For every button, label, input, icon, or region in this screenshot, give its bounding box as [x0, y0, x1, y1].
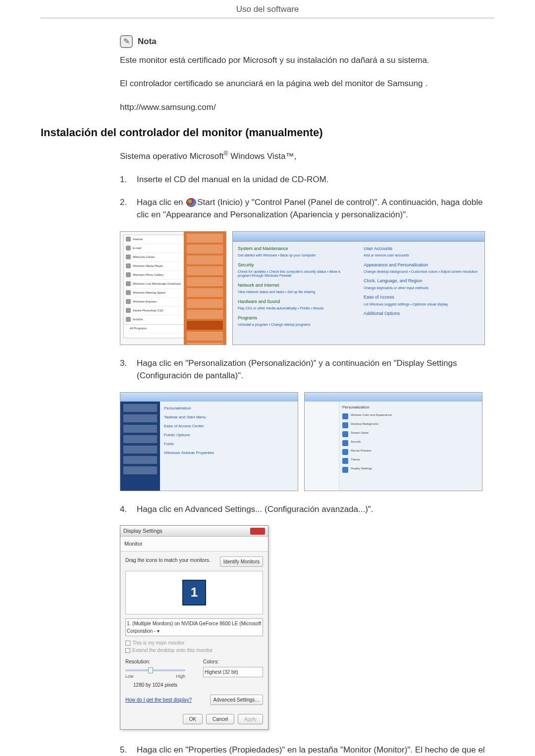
- checkbox-main-monitor: [125, 641, 130, 646]
- cp-titlebar: [233, 232, 484, 242]
- monitor-1-icon[interactable]: 1: [182, 580, 206, 605]
- note-url: http://www.samsung.com/: [120, 101, 494, 114]
- sm-item: E-mail: [133, 246, 141, 251]
- pers-item: Mouse Pointers: [351, 449, 372, 455]
- resolution-label: Resolution:: [125, 658, 185, 665]
- pers-item: Window Color and Appearance: [351, 413, 392, 419]
- colors-label: Colors:: [203, 658, 263, 665]
- monitor-preview[interactable]: 1: [125, 571, 263, 614]
- cp-cat: Hardware and Sound: [238, 299, 354, 305]
- step-1: 1. Inserte el CD del manual en la unidad…: [120, 173, 494, 186]
- cp-cat: Network and Internet: [238, 282, 354, 289]
- pers-item: Theme: [351, 458, 360, 464]
- screenshot-row-2: Personalization Taskbar and Start Menu E…: [120, 392, 494, 491]
- sm-item: Windows Explorer: [133, 300, 157, 304]
- cp-cat-links: Change keyboards or other input methods: [364, 286, 480, 290]
- note-line-2: El controlador certificado se anunciará …: [120, 77, 494, 90]
- cp-cat-links: Uninstall a program • Change startup pro…: [238, 323, 354, 327]
- dialog-tab[interactable]: Monitor: [120, 537, 268, 552]
- step-4-text: Haga clic en Advanced Settings... (Confi…: [137, 503, 494, 516]
- os-prefix: Sistema operativo Microsoft: [120, 151, 224, 161]
- step-5-num: 5.: [120, 744, 137, 756]
- cp-cat: Programs: [238, 315, 354, 322]
- cp-cat-links: Check for updates • Check this computer'…: [238, 270, 354, 278]
- step-3-text: Haga clic en "Personalization (Personali…: [137, 357, 494, 382]
- pers-title: Personalization: [342, 404, 479, 410]
- cp-cat-links: Let Windows suggest settings • Optimize …: [364, 302, 480, 306]
- sm-item: AutoDe: [133, 317, 143, 322]
- checkbox-extend: [125, 648, 130, 653]
- advanced-settings-button[interactable]: Advanced Settings…: [210, 695, 263, 705]
- step-5: 5. Haga clic en "Properties (Propiedades…: [120, 744, 494, 756]
- drag-text: Drag the icons to match your monitors.: [125, 556, 211, 564]
- page-header: Uso del software: [41, 3, 494, 16]
- help-link[interactable]: How do I get the best display?: [125, 696, 192, 704]
- colors-select[interactable]: Highest (32 bit): [203, 667, 263, 677]
- section-title: Instalación del controlador del monitor …: [41, 124, 494, 141]
- cp-cat-links: View network status and tasks • Set up f…: [238, 290, 354, 294]
- step-1-text: Inserte el CD del manual en la unidad de…: [137, 173, 494, 186]
- pers-item: Desktop Background: [351, 422, 378, 428]
- cp-cat: Clock, Language, and Region: [364, 278, 480, 285]
- cp-cat: Additional Options: [364, 310, 480, 317]
- sm-item: Windows Media Player: [133, 264, 163, 268]
- personalization-screenshot: Personalization Window Color and Appeara…: [304, 392, 482, 491]
- appearance-screenshot: Personalization Taskbar and Start Menu E…: [120, 392, 298, 491]
- chk1-label: This is my main monitor: [132, 640, 185, 646]
- cancel-button[interactable]: Cancel: [206, 714, 234, 724]
- control-panel-screenshot: System and Maintenance Get started with …: [232, 231, 485, 345]
- cp-cat-links: Get started with Windows • Back up your …: [238, 253, 354, 257]
- cp-cat-links: Add or remove user accounts: [364, 253, 480, 257]
- apply-button: Apply: [238, 714, 263, 724]
- screenshot-row-1: Internet E-mail Welcome Center Windows M…: [120, 231, 494, 345]
- close-icon[interactable]: [250, 528, 265, 535]
- sm-item: Welcome Center: [133, 255, 155, 259]
- start-menu-list: Internet E-mail Welcome Center Windows M…: [123, 235, 185, 339]
- display-settings-dialog: Display Settings Monitor Drag the icons …: [120, 525, 268, 730]
- ok-button[interactable]: OK: [183, 714, 203, 724]
- cp-cat: Security: [238, 262, 354, 269]
- pers-item: Screen Saver: [351, 431, 369, 437]
- step-4-num: 4.: [120, 503, 137, 516]
- sm-item: Adobe Photoshop CS2: [133, 308, 163, 313]
- resolution-slider[interactable]: [125, 669, 185, 671]
- identify-monitors-button[interactable]: Identify Monitors: [220, 556, 263, 567]
- step-1-num: 1.: [120, 173, 137, 186]
- windows-start-icon: [186, 198, 196, 207]
- pers-item: Display Settings: [351, 467, 372, 473]
- sm-all-programs: All Programs: [126, 326, 147, 331]
- note-label: Nota: [138, 35, 157, 48]
- start-menu-screenshot: Internet E-mail Welcome Center Windows M…: [120, 231, 226, 345]
- monitor-select[interactable]: 1. (Multiple Monitors) on NVIDIA GeForce…: [125, 618, 263, 636]
- step-2: 2. Haga clic en Start (Inicio) y "Contro…: [120, 196, 494, 221]
- resolution-value: 1280 by 1024 pixels: [125, 681, 185, 689]
- pers-item: Sounds: [351, 440, 361, 446]
- os-windows: Windows Vista: [228, 151, 286, 161]
- cp-cat-links: Play CDs or other media automatically • …: [238, 306, 354, 310]
- slider-high: High: [176, 673, 185, 680]
- note-line-1: Este monitor está certificado por Micros…: [120, 54, 494, 67]
- sm-item: Internet: [133, 237, 143, 242]
- step-3: 3. Haga clic en "Personalization (Person…: [120, 357, 494, 382]
- cp-cat: Ease of Access: [364, 294, 480, 301]
- slider-low: Low: [125, 673, 134, 680]
- cp-cat: System and Maintenance: [238, 246, 354, 252]
- cp-cat: Appearance and Personalization: [364, 262, 480, 269]
- step-2-pre: Haga clic en: [137, 198, 185, 207]
- os-line: Sistema operativo Microsoft® Windows Vis…: [120, 150, 494, 162]
- chk2-label: Extend the desktop onto this monitor: [132, 648, 213, 653]
- dialog-title: Display Settings: [123, 527, 162, 535]
- sm-item: Windows Meeting Space: [133, 291, 165, 295]
- step-3-num: 3.: [120, 357, 137, 382]
- step-2-num: 2.: [120, 196, 137, 221]
- os-suffix: ,: [294, 151, 296, 161]
- sm-item: Windows Live Messenger Download: [133, 282, 181, 286]
- step-4: 4. Haga clic en Advanced Settings... (Co…: [120, 503, 494, 516]
- step-5-text: Haga clic en "Properties (Propiedades)" …: [137, 744, 494, 756]
- header-rule: [41, 18, 494, 18]
- sm-item: Windows Photo Gallery: [133, 273, 163, 277]
- cp-cat-links: Change desktop background • Customize co…: [364, 270, 480, 274]
- step-2-text: Haga clic en Start (Inicio) y "Control P…: [137, 196, 494, 221]
- note-icon: ✎: [120, 35, 133, 48]
- cp-cat: User Accounts: [364, 246, 480, 252]
